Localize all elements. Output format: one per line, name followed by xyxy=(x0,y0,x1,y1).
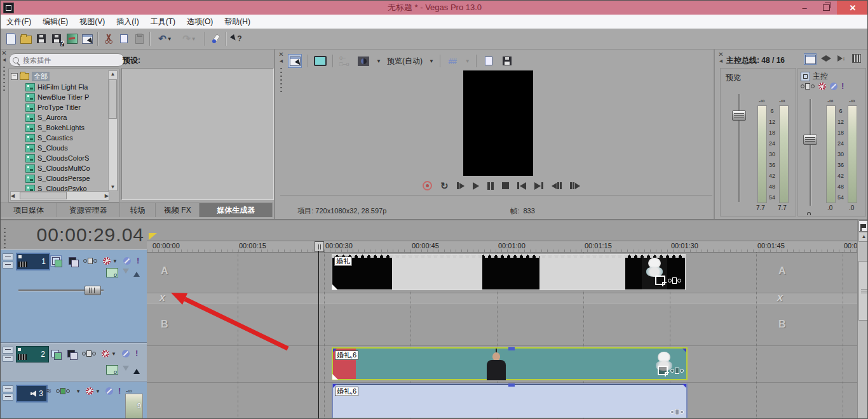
menu-insert[interactable]: 插入(I) xyxy=(111,17,144,27)
composite-mode-button[interactable] xyxy=(66,349,76,359)
tab-project-media[interactable]: 项目媒体 xyxy=(1,203,57,217)
presets-area[interactable] xyxy=(121,68,274,200)
render-as-button[interactable] xyxy=(64,31,79,46)
event-pan-crop-icon[interactable] xyxy=(658,366,668,375)
preview-meter-right[interactable] xyxy=(779,105,789,203)
mute-button[interactable] xyxy=(122,350,130,357)
marker-bar[interactable] xyxy=(147,224,857,241)
master-fader-handle[interactable] xyxy=(803,135,817,145)
automation-settings-button[interactable]: ▼ xyxy=(86,387,100,395)
plugin-item[interactable]: S_CloudsColorS xyxy=(25,153,89,163)
tree-horizontal-scrollbar[interactable]: ◀ ▶ xyxy=(10,191,109,201)
make-composite-parent-icon[interactable] xyxy=(133,269,140,277)
track-fx-chain-icon[interactable] xyxy=(56,388,70,394)
crossfade-row[interactable]: X X xyxy=(147,293,857,303)
master-meter-right[interactable] xyxy=(848,105,857,203)
plugin-item[interactable]: S_BokehLights xyxy=(25,123,85,133)
event-fx-icon[interactable] xyxy=(670,366,684,375)
dock-splitter[interactable] xyxy=(1,219,868,220)
tree-vertical-scrollbar[interactable]: ▲ ▼ xyxy=(108,70,118,191)
plugin-item[interactable]: HitFilm Light Fla xyxy=(25,82,88,92)
plugin-item[interactable]: S_Caustics xyxy=(25,133,73,143)
quality-dropdown-icon[interactable]: ▼ xyxy=(376,58,381,64)
automation-settings-button[interactable]: ▼ xyxy=(103,257,118,265)
timeline-vertical-scrollbar[interactable]: ▲ xyxy=(857,220,868,419)
previous-frame-button[interactable] xyxy=(552,182,562,189)
loop-playback-button[interactable]: ↻ xyxy=(440,182,449,190)
preview-meter-left[interactable] xyxy=(757,105,767,203)
bypass-motion-blur-button[interactable] xyxy=(50,349,60,359)
undock-panel-icon[interactable]: ◂ xyxy=(280,58,283,64)
scrollbar-thumb[interactable] xyxy=(20,192,67,199)
tab-explorer[interactable]: 资源管理器 xyxy=(57,203,120,217)
save-button[interactable] xyxy=(34,31,49,46)
bypass-motion-blur-button[interactable] xyxy=(50,255,62,267)
track-number-badge[interactable]: 2 xyxy=(16,346,49,362)
track-header-3[interactable]: 3 ≈ ▼ ▼ ! -∞ 9 xyxy=(1,382,147,419)
playhead-handle[interactable] xyxy=(315,241,324,252)
video-event-track-2[interactable]: 婚礼,6 xyxy=(332,347,688,380)
track-motion-icon[interactable] xyxy=(106,365,118,375)
redo-button[interactable]: ↷▼ xyxy=(177,31,201,46)
timecode-display[interactable]: 00:00:29.04 xyxy=(1,224,144,246)
grid-overlay-button[interactable]: ## xyxy=(446,55,459,67)
fade-handle[interactable] xyxy=(682,384,686,388)
panel-divider[interactable] xyxy=(274,49,275,220)
menu-options[interactable]: 选项(O) xyxy=(181,17,219,27)
next-frame-button[interactable] xyxy=(570,182,580,189)
fade-handle[interactable] xyxy=(682,349,686,352)
dim-output-button[interactable]: ↓ xyxy=(836,53,847,63)
track-number-badge[interactable]: 3 xyxy=(16,385,48,402)
new-project-button[interactable] xyxy=(3,31,18,46)
solo-button[interactable]: ! xyxy=(135,350,138,357)
selection-handle[interactable] xyxy=(332,374,338,380)
stop-button[interactable] xyxy=(502,182,509,189)
whats-this-button[interactable]: ? xyxy=(229,31,245,46)
scroll-down-icon[interactable]: ▼ xyxy=(111,184,116,190)
solo-icon[interactable]: ! xyxy=(841,83,844,90)
go-to-start-button[interactable] xyxy=(517,182,526,190)
mute-button[interactable] xyxy=(123,257,131,265)
scroll-right-icon[interactable]: ▶ xyxy=(105,193,109,199)
track-minimize-buttons[interactable] xyxy=(3,347,13,362)
tab-transitions[interactable]: 转场 xyxy=(120,203,156,217)
menu-edit[interactable]: 编辑(E) xyxy=(37,17,74,27)
pause-button[interactable] xyxy=(487,182,494,190)
scroll-up-button[interactable]: ▲ xyxy=(858,232,868,242)
marker-tool-button[interactable] xyxy=(858,220,868,232)
plugin-item[interactable]: S_Clouds xyxy=(25,143,68,153)
track-motion-icon[interactable] xyxy=(106,268,118,277)
menu-view[interactable]: 视图(V) xyxy=(74,17,111,27)
meter-clip-label[interactable]: -∞ xyxy=(827,98,833,104)
track-row-b[interactable]: B B xyxy=(147,303,857,346)
overlay-dropdown-icon[interactable]: ▼ xyxy=(465,58,470,64)
downmix-output-button[interactable] xyxy=(820,53,832,63)
meter-clip-label[interactable]: -∞ xyxy=(759,98,764,104)
event-fx-icon[interactable] xyxy=(668,276,681,285)
play-button[interactable] xyxy=(473,182,479,190)
make-composite-parent-icon[interactable] xyxy=(133,366,140,374)
save-as-button[interactable]: ? xyxy=(49,31,64,46)
preview-quality-button[interactable] xyxy=(357,55,370,67)
level-fader-handle[interactable] xyxy=(85,286,101,295)
cut-button[interactable] xyxy=(101,31,116,46)
plugin-search[interactable] xyxy=(9,53,125,67)
menu-file[interactable]: 文件(F) xyxy=(1,17,37,27)
make-composite-child-icon[interactable] xyxy=(123,366,129,374)
meter-clip-label[interactable]: -∞ xyxy=(779,98,785,104)
track-fx-chain-icon[interactable] xyxy=(82,350,96,357)
plugin-item[interactable]: S_Aurora xyxy=(25,112,67,123)
menu-tools[interactable]: 工具(T) xyxy=(145,17,181,27)
app-icon[interactable] xyxy=(3,3,14,13)
undo-button[interactable]: ↶▼ xyxy=(153,31,177,46)
plugin-item[interactable]: S_CloudsMultCo xyxy=(25,163,90,173)
timeline-marker-icon[interactable] xyxy=(149,233,157,240)
scrollbar-thumb[interactable] xyxy=(109,79,117,119)
scrollbar-thumb[interactable] xyxy=(858,261,868,321)
play-from-start-button[interactable] xyxy=(457,182,465,189)
track-minimize-buttons[interactable] xyxy=(3,253,13,269)
panel-divider[interactable] xyxy=(714,49,715,220)
video-event-track-a[interactable]: 婚礼 xyxy=(332,254,686,290)
tab-video-fx[interactable]: 视频 FX xyxy=(156,203,200,217)
automation-gear-icon[interactable] xyxy=(818,83,826,90)
